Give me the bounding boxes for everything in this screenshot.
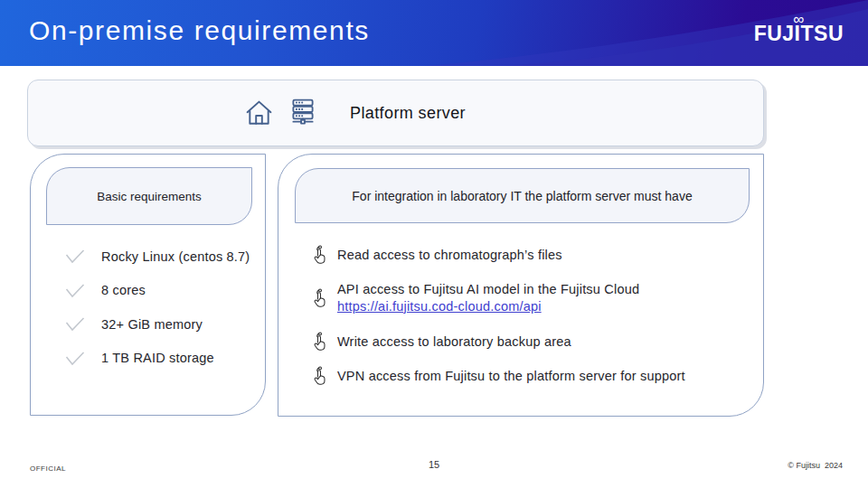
tap-hand-icon [312,366,327,387]
platform-server-label: Platform server [350,104,466,123]
home-icon [244,97,274,129]
list-item-label: 32+ GiB memory [101,317,203,332]
list-item: Read access to chromatograph’s files [312,238,752,272]
check-icon [64,249,86,264]
list-item: 8 cores [64,274,258,308]
fujitsu-infinity-icon: ∞ [793,12,805,27]
slide-header: On-premise requirements ∞ FUJITSU [0,0,868,66]
check-icon [64,283,86,298]
api-access-text: API access to Fujitsu AI model in the Fu… [337,282,639,296]
page-title: On-premise requirements [29,15,370,46]
list-item-label: 1 TB RAID storage [101,351,214,365]
tap-hand-icon [312,245,327,266]
integration-requirements-header: For integration in laboratory IT the pla… [295,168,750,223]
platform-server-banner: Platform server [27,80,764,146]
list-item: Write access to laboratory backup area [312,324,752,359]
list-item: 32+ GiB memory [64,307,258,342]
list-item-label: Rocky Linux (centos 8.7) [101,249,250,264]
integration-requirements-panel: For integration in laboratory IT the pla… [278,154,764,417]
tap-hand-icon [312,288,327,309]
api-link[interactable]: https://ai.fujitsu.cod-cloud.com/api [337,299,542,314]
list-item: Rocky Linux (centos 8.7) [64,239,258,274]
fujitsu-logo: ∞ FUJITSU [754,23,844,44]
check-icon [64,316,86,332]
tap-hand-icon [312,332,327,352]
list-item: API access to Fujitsu AI model in the Fu… [312,272,752,324]
basic-requirements-header: Basic requirements [46,167,252,225]
integration-requirements-list: Read access to chromatograph’s files API… [312,238,752,393]
list-item: 1 TB RAID storage [64,342,258,376]
list-item-label: Read access to chromatograph’s files [337,248,562,262]
list-item-label: API access to Fujitsu AI model in the Fu… [337,281,639,315]
list-item-label: 8 cores [101,283,146,297]
list-item-label: Write access to laboratory backup area [337,334,571,349]
list-item: VPN access from Fujitsu to the platform … [312,359,752,393]
server-icon [288,96,318,130]
check-icon [64,351,86,366]
page-number: 15 [0,459,868,470]
basic-requirements-list: Rocky Linux (centos 8.7) 8 cores 32+ GiB… [64,239,258,375]
basic-requirements-panel: Basic requirements Rocky Linux (centos 8… [30,154,266,416]
list-item-label: VPN access from Fujitsu to the platform … [337,369,685,383]
copyright-notice: © Fujitsu 2024 [788,461,843,470]
